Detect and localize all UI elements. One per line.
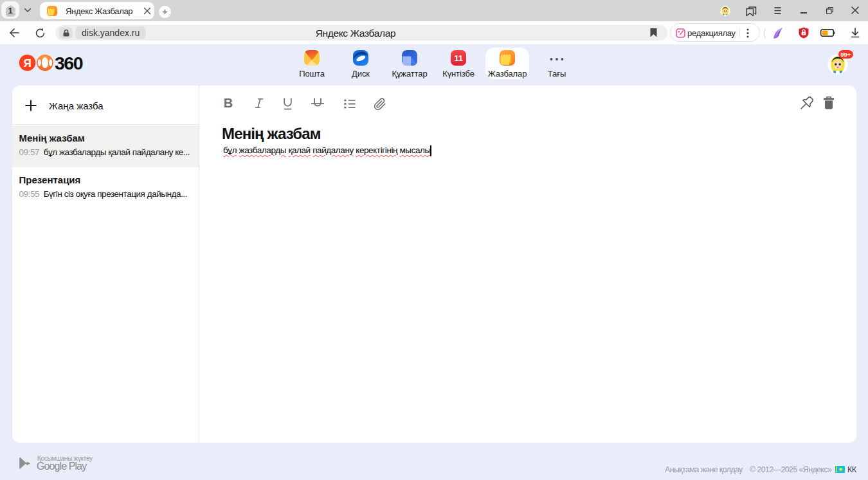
svg-text:11: 11 — [454, 53, 463, 63]
svg-text:360: 360 — [55, 54, 83, 72]
svg-text:Я: Я — [23, 57, 31, 69]
